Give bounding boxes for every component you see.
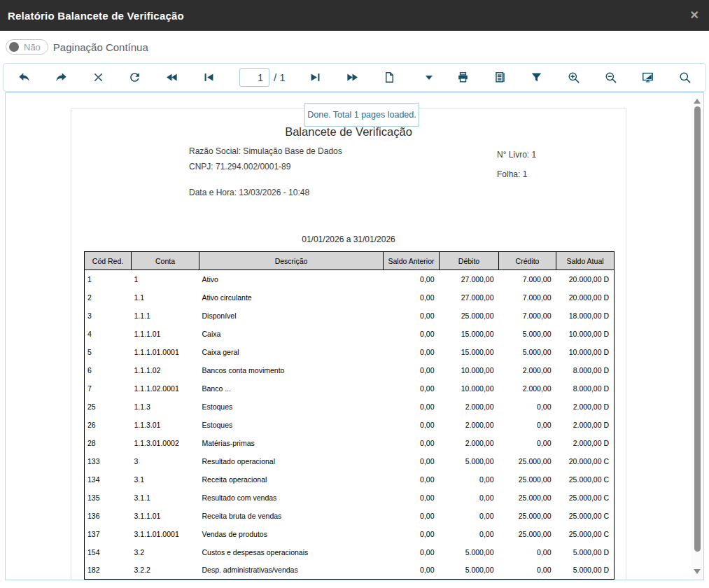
table-row: 251.1.3Estoques0,002.000,000,002.000,00 … [85,398,615,416]
table-cell: Ativo circulante [199,288,384,307]
pages-loaded-tooltip: Done. Total 1 pages loaded. [304,103,419,127]
zoom-in-button[interactable] [567,71,580,84]
table-cell: 2 [85,288,132,307]
table-cell: 1.1.1.02 [132,361,199,379]
table-cell: 136 [85,507,132,525]
page-total-label: / 1 [274,71,286,83]
scrollbar-thumb[interactable] [694,106,701,552]
table-cell: Ativo [199,270,384,288]
last-page-button[interactable] [309,71,322,84]
table-cell: 5.000,00 D [556,561,615,580]
folha: Folha: 1 [497,169,527,179]
modal-header: Relatório Balancete de Verificação ✕ [0,0,709,31]
table-cell: 3.2.2 [132,561,199,580]
table-cell: 0,00 [384,543,440,561]
search-button[interactable] [678,71,692,84]
filter-button[interactable] [530,71,543,84]
new-document-button[interactable] [383,71,396,84]
table-cell: 18.000,00 D [556,307,615,325]
table-row: 1333Resultado operacional0,005.000,0025.… [85,452,615,470]
table-cell: Banco ... [199,379,384,398]
table-cell: 10.000,00 D [556,325,615,343]
table-cell: 1.1.3.01 [132,416,199,434]
first-page-icon [202,71,216,84]
table-cell: 10.000,00 [440,361,499,379]
cancel-button[interactable] [92,71,105,84]
table-row: 71.1.1.02.0001Banco ...0,0010.000,002.00… [85,379,615,398]
table-cell: 5.000,00 [440,561,499,580]
table-cell: 4 [85,325,132,343]
table-cell: 0,00 [384,452,440,470]
table-row: 51.1.1.01.0001Caixa geral0,0015.000,005.… [85,343,615,361]
table-cell: Resultado operacional [199,452,384,470]
table-cell: 25.000,00 C [556,489,615,507]
continuous-pagination-toggle[interactable]: Não [6,39,48,55]
table-cell: 0,00 [384,434,440,452]
table-cell: Receita operacional [199,470,384,489]
table-cell: 133 [85,452,132,470]
page-navigation-group: / 1 [239,68,286,87]
filter-icon [530,71,543,84]
download-button[interactable] [420,76,433,80]
table-cell: 0,00 [384,288,440,307]
table-cell: 3.1.1 [132,489,199,507]
table-cell: 25.000,00 [499,489,556,507]
table-cell: 10.000,00 D [556,343,615,361]
pagination-toggle-row: Não Paginação Contínua [0,31,709,63]
fast-backward-icon [165,71,178,84]
table-cell: 7 [85,379,132,398]
first-page-button[interactable] [202,71,216,84]
table-row: 261.1.3.01Estoques0,002.000,000,002.000,… [85,416,615,434]
page-number-input[interactable] [239,68,269,87]
refresh-button[interactable] [128,71,141,84]
vertical-scrollbar[interactable] [692,93,703,580]
report-page: Balancete de Verificação Razão Social: S… [71,108,626,580]
table-cell: 25.000,00 [499,507,556,525]
redo-icon [55,71,68,84]
column-header: Crédito [499,252,556,270]
table-row: 41.1.1.01Caixa0,0015.000,005.000,0010.00… [85,325,615,343]
table-cell: 25.000,00 C [556,507,615,525]
pagination-toggle-label: Paginação Contínua [53,41,148,53]
table-cell: 2.000,00 [440,416,499,434]
table-cell: 0,00 [499,416,556,434]
fast-forward-button[interactable] [346,71,359,84]
table-cell: 1.1.1.02.0001 [132,379,199,398]
table-cell: 0,00 [384,379,440,398]
table-row: 1373.1.1.01.0001Vendas de produtos0,000,… [85,525,615,543]
table-row: 11Ativo0,0027.000,007.000,0020.000,00 D [85,270,615,288]
download-caret-icon[interactable] [426,76,433,80]
table-row: 1343.1Receita operacional0,000,0025.000,… [85,470,615,489]
table-cell: 0,00 [499,543,556,561]
table-cell: 135 [85,489,132,507]
column-header: Descrição [199,252,384,270]
print-button[interactable] [456,71,470,84]
column-header: Saldo Atual [556,252,615,270]
viewer-toolbar: / 1 [3,63,706,92]
table-cell: 0,00 [440,470,499,489]
report-period: 01/01/2026 a 31/01/2026 [71,234,626,244]
table-cell: 5.000,00 [499,325,556,343]
undo-button[interactable] [17,71,31,84]
table-cell: 3 [85,307,132,325]
zoom-out-button[interactable] [604,71,617,84]
close-icon[interactable]: ✕ [690,10,699,21]
table-cell: 1.1.3 [132,398,199,416]
table-cell: 25 [85,398,132,416]
redo-button[interactable] [55,71,68,84]
balancete-table: Cód Red.ContaDescriçãoSaldo AnteriorDébi… [84,251,615,580]
scroll-down-icon[interactable] [694,569,701,574]
table-cell: 0,00 [384,525,440,543]
scroll-up-icon[interactable] [694,99,701,104]
report-pages-button[interactable] [493,71,507,84]
table-cell: Desp. administrativas/vendas [199,561,384,580]
table-cell: 15.000,00 [440,343,499,361]
table-cell: 7.000,00 [499,270,556,288]
presentation-button[interactable] [641,71,654,84]
table-body: 11Ativo0,0027.000,007.000,0020.000,00 D2… [85,270,615,580]
table-cell: 25.000,00 [499,470,556,489]
fast-backward-button[interactable] [165,71,178,84]
table-cell: 2.000,00 D [556,416,615,434]
table-cell: 20.000,00 C [556,452,615,470]
table-cell: Custos e despesas operacionais [199,543,384,561]
